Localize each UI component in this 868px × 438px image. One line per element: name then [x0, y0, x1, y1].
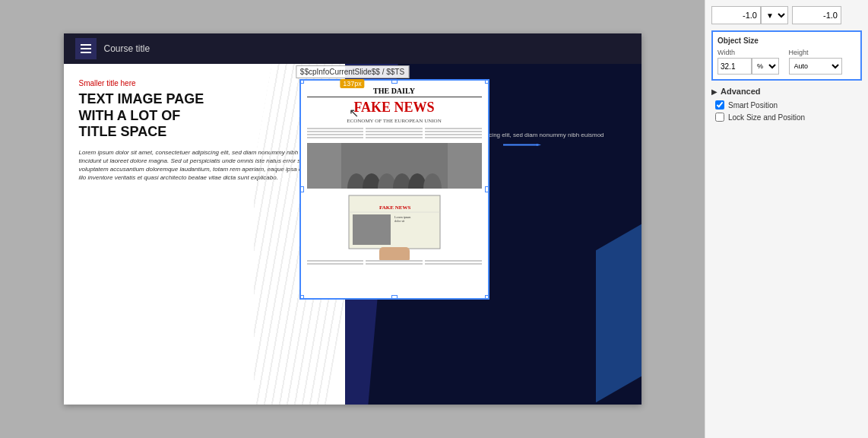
- handle-mr[interactable]: [485, 186, 489, 192]
- svg-rect-12: [353, 214, 391, 245]
- advanced-section: ▶ Advanced Smart Position Lock Size and …: [711, 87, 862, 122]
- handle-br[interactable]: [485, 295, 489, 300]
- slide-nav-area: $$cpInfoCurrentSlide$$ / $$TS 137px: [296, 65, 409, 88]
- coord2-group: [792, 6, 862, 24]
- newspaper-masthead: THE DAILY: [307, 87, 482, 97]
- slide-main-title: TEXT IMAGE PAGEWITH A LOT OFTITLE SPACE: [79, 91, 330, 141]
- svg-text:FAKE NEWS: FAKE NEWS: [379, 205, 410, 211]
- svg-marker-18: [537, 144, 541, 146]
- slide-body-text: Lorem ipsum dolor sit amet, consectetuer…: [79, 148, 330, 182]
- newspaper-content: THE DAILY FAKE NEWS ECONOMY OF THE EUROP…: [301, 81, 488, 298]
- width-col: Width % px: [718, 49, 785, 75]
- newspaper-subline: ECONOMY OF THE EUROPEAN UNION: [307, 118, 482, 124]
- slide-small-title: Smaller title here: [79, 79, 330, 87]
- width-inputs: % px: [718, 58, 785, 75]
- slide-info-label: $$cpInfoCurrentSlide$$ / $$TS: [296, 65, 409, 78]
- size-badge: 137px: [340, 79, 365, 88]
- coord2-input[interactable]: [792, 6, 841, 24]
- coord-row: ▼: [711, 6, 862, 24]
- slide-content: Smaller title here TEXT IMAGE PAGEWITH A…: [64, 64, 641, 405]
- main-layout: Course title $$cpInfoCurrentSlide$$ / $$…: [0, 0, 868, 438]
- coord1-group: ▼: [711, 6, 788, 24]
- handle-bc[interactable]: [391, 295, 398, 300]
- lock-size-row: Lock Size and Position: [711, 113, 862, 122]
- canvas-area: Course title $$cpInfoCurrentSlide$$ / $$…: [0, 0, 705, 438]
- coord1-unit-select[interactable]: ▼: [761, 6, 788, 24]
- newspaper-image[interactable]: THE DAILY FAKE NEWS ECONOMY OF THE EUROP…: [299, 79, 489, 300]
- hamburger-icon[interactable]: [75, 38, 97, 59]
- advanced-arrow-icon: ▶: [711, 87, 718, 96]
- course-title: Course title: [104, 43, 150, 54]
- width-label: Width: [718, 49, 785, 56]
- object-size-label: Object Size: [718, 36, 856, 45]
- advanced-title: Advanced: [721, 87, 761, 96]
- advanced-header[interactable]: ▶ Advanced: [711, 87, 862, 96]
- obj-size-row: Width % px Height Auto px: [718, 49, 856, 75]
- newspaper-headline: FAKE NEWS: [307, 100, 482, 116]
- height-select[interactable]: Auto px %: [789, 58, 842, 75]
- smart-position-checkbox[interactable]: [715, 100, 724, 110]
- slide-topbar: Course title: [64, 33, 641, 64]
- handle-ml[interactable]: [299, 186, 304, 192]
- height-inputs: Auto px %: [789, 58, 857, 75]
- width-input[interactable]: [718, 58, 752, 75]
- height-col: Height Auto px %: [789, 49, 857, 75]
- handle-bl[interactable]: [299, 295, 304, 300]
- smart-position-label: Smart Position: [728, 101, 778, 110]
- connector-arrow: [503, 135, 541, 149]
- lock-size-checkbox[interactable]: [715, 113, 724, 122]
- smart-position-row: Smart Position: [711, 100, 862, 110]
- svg-rect-16: [379, 247, 410, 260]
- svg-text:dolor sit: dolor sit: [394, 219, 405, 223]
- right-panel: ▼ Object Size Width % px: [705, 0, 868, 438]
- lock-size-label: Lock Size and Position: [728, 113, 805, 122]
- width-unit-select[interactable]: % px: [752, 58, 779, 75]
- coord1-input[interactable]: [711, 6, 761, 24]
- object-size-section: Object Size Width % px Height: [711, 30, 862, 81]
- handle-tr[interactable]: [485, 79, 489, 84]
- height-label: Height: [789, 49, 857, 56]
- slide-container: Course title $$cpInfoCurrentSlide$$ / $$…: [64, 33, 641, 405]
